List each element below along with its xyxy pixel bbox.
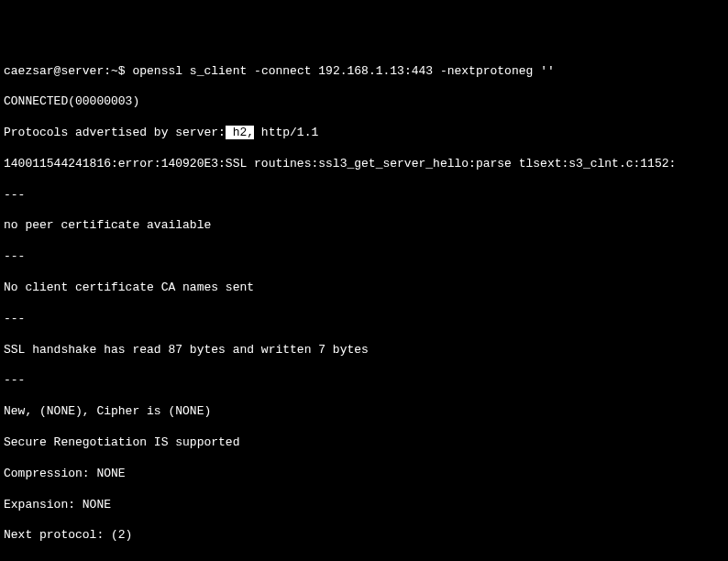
output-noclient: No client certificate CA names sent [4,280,724,296]
proto-suffix: http/1.1 [254,126,318,139]
output-nopeer: no peer certificate available [4,218,724,234]
prompt-sep: : [104,64,111,78]
output-dash: --- [4,373,724,389]
command-text: openssl s_client -connect 192.168.1.13:4… [126,64,555,78]
proto-highlight: h2, [226,126,254,139]
output-compression: Compression: NONE [4,467,724,482]
output-dash: --- [4,188,724,204]
output-expansion: Expansion: NONE [4,498,724,513]
output-connected: CONNECTED(00000003) [4,94,724,110]
prompt-path: ~ [111,64,118,78]
output-error: 140011544241816:error:140920E3:SSL routi… [4,157,724,172]
output-dash: --- [4,249,724,265]
command-line-1: caezsar@server:~$ openssl s_client -conn… [4,64,724,80]
output-handshake: SSL handshake has read 87 bytes and writ… [4,343,724,358]
proto-prefix: Protocols advertised by server: [4,126,226,139]
output-secure: Secure Renegotiation IS supported [4,435,724,451]
prompt-symbol: $ [118,64,126,78]
output-newcipher: New, (NONE), Cipher is (NONE) [4,404,724,420]
output-nextproto: Next protocol: (2) [4,528,724,544]
prompt-user: caezsar@server [4,64,104,78]
output-dash: --- [4,312,724,327]
output-protocols: Protocols advertised by server: h2, http… [4,126,724,141]
